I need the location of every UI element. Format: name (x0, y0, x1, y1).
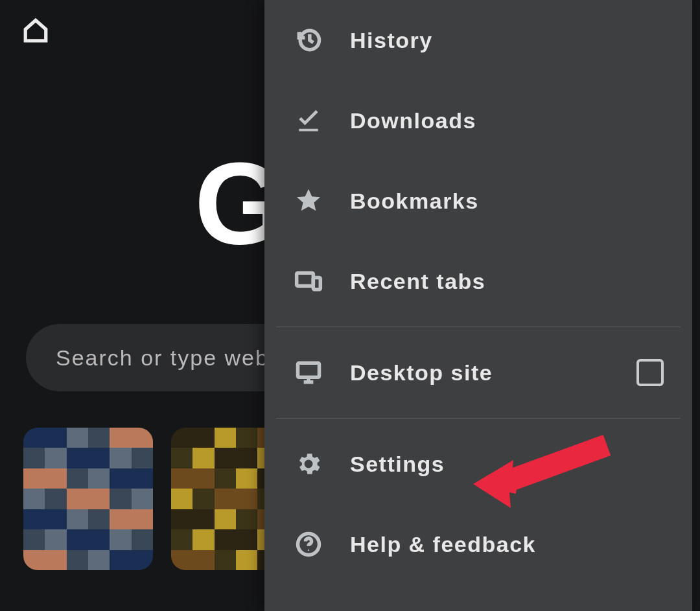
svg-rect-2 (313, 278, 320, 290)
menu-item-settings[interactable]: Settings (264, 424, 692, 504)
home-icon (22, 17, 49, 47)
home-button[interactable] (18, 14, 53, 49)
desktop-icon (293, 357, 324, 388)
history-icon (293, 25, 324, 56)
star-icon (293, 185, 324, 216)
download-icon (293, 105, 324, 136)
menu-item-label: Downloads (350, 108, 664, 133)
suggested-sites-row (23, 428, 301, 570)
suggested-site-thumbnail[interactable] (23, 428, 153, 570)
menu-item-desktop-site[interactable]: Desktop site (264, 332, 692, 413)
svg-point-5 (308, 549, 309, 551)
recent-tabs-icon (293, 266, 324, 297)
desktop-site-checkbox[interactable] (636, 359, 664, 386)
overflow-menu: History Downloads Bookmarks Recent tabs … (264, 0, 692, 611)
menu-item-label: Recent tabs (350, 269, 664, 294)
menu-item-label: Help & feedback (350, 532, 664, 557)
gear-icon (293, 448, 324, 479)
menu-item-downloads[interactable]: Downloads (264, 80, 692, 161)
menu-divider (276, 418, 681, 419)
menu-item-bookmarks[interactable]: Bookmarks (264, 161, 692, 241)
svg-rect-1 (297, 273, 314, 286)
help-icon (293, 529, 324, 560)
menu-item-label: Settings (350, 452, 664, 477)
menu-item-help[interactable]: Help & feedback (264, 504, 692, 584)
menu-divider (276, 327, 681, 327)
menu-item-label: Desktop site (350, 360, 611, 386)
menu-item-label: Bookmarks (350, 189, 664, 214)
menu-item-recent-tabs[interactable]: Recent tabs (264, 241, 692, 321)
menu-item-history[interactable]: History (264, 0, 692, 80)
menu-item-label: History (350, 28, 664, 53)
svg-rect-3 (298, 363, 320, 377)
